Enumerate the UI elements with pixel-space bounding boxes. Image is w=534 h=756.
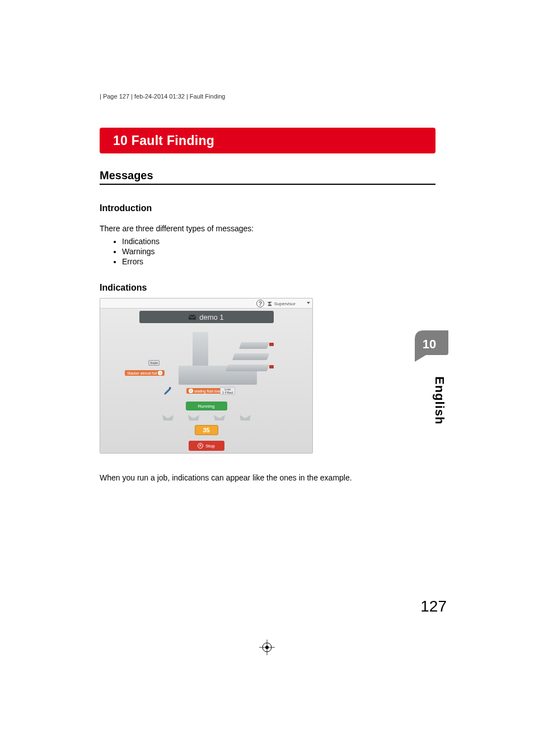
subheading-introduction: Introduction [100, 203, 152, 213]
job-name-text: demo 1 [199, 313, 223, 321]
chevron-down-icon[interactable] [307, 302, 310, 304]
list-item: Warnings [122, 246, 160, 256]
indication-text: sealing fluid low [194, 389, 220, 393]
svg-point-0 [269, 302, 270, 304]
user-icon [267, 301, 273, 306]
sealing-fluid-line2: 1 Filled [222, 391, 233, 394]
machine-tower [193, 332, 208, 368]
chapter-number: 10 [415, 337, 444, 352]
intro-paragraph: There are three different types of messa… [100, 224, 254, 233]
feeder-tray [239, 342, 269, 349]
figure-caption: When you run a job, indications can appe… [100, 473, 352, 482]
status-running-pill: Running [186, 402, 227, 410]
chapter-title-text: 10 Fault Finding [113, 133, 214, 148]
side-language-label: English [432, 376, 447, 424]
indication-tag-sealing[interactable]: i sealing fluid low [186, 388, 222, 394]
output-tray-row [161, 414, 252, 422]
indication-tag-stacker[interactable]: Stacker almost full i [125, 370, 165, 376]
feeder-tray [232, 353, 269, 360]
tray-icon [187, 414, 200, 422]
section-divider [100, 184, 435, 185]
page-number: 127 [420, 598, 447, 615]
stop-button[interactable]: ✕ Stop [189, 441, 224, 451]
user-role-dropdown[interactable]: Supervisor [267, 301, 296, 306]
svg-rect-2 [189, 315, 196, 320]
subheading-indications: Indications [100, 283, 147, 293]
job-name-bar[interactable]: demo 1 [139, 311, 274, 323]
envelope-icon [189, 315, 196, 320]
help-icon[interactable]: ? [256, 300, 264, 307]
stop-icon: ✕ [198, 443, 203, 449]
registration-mark-icon [259, 640, 275, 655]
svg-point-1 [270, 302, 271, 303]
counter-pill: 35 [195, 425, 218, 435]
side-chapter-tab: 10 [415, 330, 448, 362]
info-icon: i [189, 389, 193, 393]
list-item: Errors [122, 256, 160, 267]
tray-icon [213, 414, 226, 422]
chapter-title-bar: 10 Fault Finding [100, 128, 435, 153]
user-role-label: Supervisor [274, 301, 296, 306]
message-types-list: Indications Warnings Errors [112, 236, 160, 267]
pen-icon [163, 386, 173, 396]
device-screenshot: ? Supervisor demo 1 Staple Stacker almos… [100, 298, 313, 454]
stop-label: Stop [205, 444, 214, 449]
status-dot-icon [269, 365, 274, 368]
page-header-meta: | Page 127 | feb-24-2014 01:32 | Fault F… [100, 93, 225, 100]
info-icon: i [158, 371, 162, 375]
list-item: Indications [122, 236, 160, 246]
section-heading-messages: Messages [100, 169, 153, 182]
machine-diagram: Staple Stacker almost full i i sealing f… [128, 332, 285, 399]
tray-icon [238, 414, 252, 422]
indication-text: Stacker almost full [127, 371, 157, 375]
feeder-tray [226, 365, 269, 371]
sealing-fluid-panel[interactable]: Low 1 Filled [220, 387, 235, 395]
tray-icon [161, 414, 175, 422]
staple-badge: Staple [148, 360, 160, 366]
status-dot-icon [269, 343, 274, 346]
